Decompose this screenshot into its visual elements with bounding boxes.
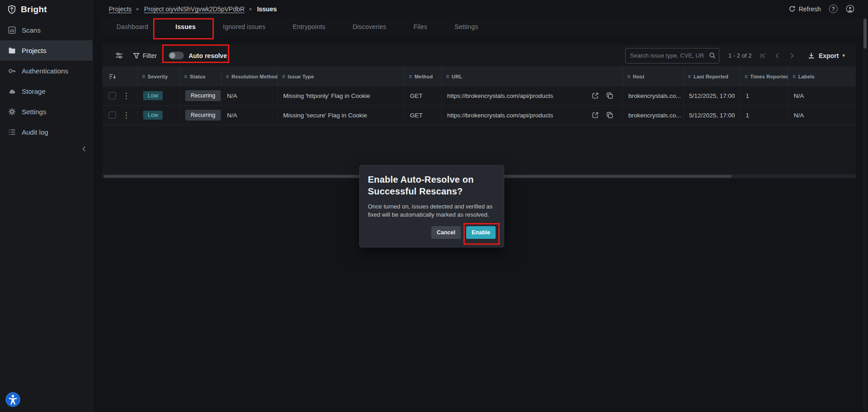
brand: Bright	[0, 0, 92, 19]
first-page-icon[interactable]	[760, 53, 766, 59]
url-cell: https://brokencrystals.com/api/products	[447, 112, 553, 119]
status-chip[interactable]: Recurring	[185, 110, 221, 121]
refresh-icon	[789, 5, 796, 12]
col-header-label: Labels	[798, 74, 815, 79]
next-page-icon[interactable]	[789, 53, 795, 59]
sidebar-item-authentications[interactable]: Authentications	[0, 61, 92, 81]
resolution-method-cell: N/A	[222, 86, 278, 105]
tab-files[interactable]: Files	[414, 23, 428, 30]
issue-type-cell: Missing 'secure' Flag in Cookie	[278, 106, 405, 125]
copy-icon[interactable]	[606, 111, 613, 119]
auto-resolve-toggle[interactable]	[169, 52, 184, 59]
status-chip[interactable]: Recurring	[185, 90, 221, 101]
search-input[interactable]	[625, 48, 719, 63]
col-header-method[interactable]: Method	[405, 67, 442, 86]
sidebar-item-scans[interactable]: Scans	[0, 20, 92, 40]
labels-cell: N/A	[788, 106, 856, 125]
kebab-menu-icon[interactable]: ⋮	[122, 92, 130, 100]
column-menu-icon	[627, 75, 631, 78]
col-header-labels[interactable]: Labels	[788, 67, 856, 86]
labels-cell: N/A	[788, 86, 856, 105]
accessibility-widget-icon[interactable]	[5, 392, 20, 407]
col-header-label: URL	[452, 74, 462, 79]
issues-panel: Filter Auto resolve 1 - 2 of 2	[102, 44, 856, 179]
user-account-icon[interactable]	[846, 5, 854, 13]
column-menu-icon	[792, 75, 796, 78]
col-header-status[interactable]: Status	[180, 67, 222, 86]
tab-discoveries[interactable]: Discoveries	[352, 23, 386, 30]
filter-button[interactable]: Filter	[133, 52, 157, 59]
breadcrumb-current: Issues	[257, 5, 277, 13]
col-header-label: Resolution Method	[231, 74, 278, 79]
sidebar-item-audit-log[interactable]: Audit log	[0, 122, 92, 142]
column-menu-icon	[282, 75, 285, 78]
col-header-url[interactable]: URL	[442, 67, 623, 86]
folder-icon	[8, 47, 16, 54]
sidebar-item-settings[interactable]: Settings	[0, 102, 92, 122]
tab-settings[interactable]: Settings	[454, 23, 478, 30]
times-reported-cell: 1	[740, 86, 788, 105]
col-header-label: Severity	[148, 74, 168, 79]
chevron-down-icon: ▾	[842, 53, 845, 58]
sidebar-collapse-chevron-icon[interactable]	[82, 146, 86, 152]
sidebar-item-label: Authentications	[22, 67, 68, 75]
copy-icon[interactable]	[606, 92, 613, 99]
last-reported-cell: 5/12/2025, 17:00	[684, 86, 740, 105]
breadcrumb-project-link[interactable]: Project oiyviNShVgvwk2D5pVPdbR	[144, 5, 245, 13]
row-checkbox[interactable]	[109, 111, 116, 119]
col-header-label: Last Reported	[694, 74, 728, 79]
kebab-menu-icon[interactable]: ⋮	[122, 111, 130, 119]
col-header-host[interactable]: Host	[623, 67, 684, 86]
sidebar-item-projects[interactable]: Projects	[0, 40, 92, 61]
col-header-resolution-method[interactable]: Resolution Method	[222, 67, 278, 86]
search-icon[interactable]	[709, 52, 716, 59]
breadcrumb-separator-icon: ▸	[137, 6, 140, 12]
col-header-issue-type[interactable]: Issue Type	[278, 67, 405, 86]
export-button[interactable]: Export ▾	[808, 52, 845, 59]
download-icon	[808, 52, 815, 59]
issues-toolbar: Filter Auto resolve 1 - 2 of 2	[102, 44, 856, 67]
enable-button[interactable]: Enable	[466, 226, 496, 239]
col-header-times-reported[interactable]: Times Reported	[740, 67, 788, 86]
key-icon	[8, 67, 16, 75]
vertical-scrollbar-thumb[interactable]	[863, 19, 867, 48]
cloud-icon	[8, 87, 16, 95]
tab-dashboard[interactable]: Dashboard	[116, 23, 148, 30]
external-link-icon[interactable]	[592, 92, 599, 99]
breadcrumb-separator-icon: ▸	[250, 6, 252, 12]
external-link-icon[interactable]	[592, 111, 599, 119]
auto-resolve-dialog: Enable Auto-Resolve on Successful Rescan…	[359, 165, 504, 247]
toggle-knob	[169, 53, 175, 58]
host-cell: brokencrystals.co...	[623, 86, 684, 105]
column-menu-icon	[142, 75, 145, 78]
tab-entrypoints[interactable]: Entrypoints	[293, 23, 325, 30]
row-checkbox[interactable]	[109, 92, 116, 99]
breadcrumb: Projects ▸ Project oiyviNShVgvwk2D5pVPdb…	[109, 5, 277, 13]
sidebar-item-label: Audit log	[22, 128, 48, 136]
help-icon[interactable]: ?	[829, 5, 838, 13]
dialog-actions: Cancel Enable	[368, 226, 496, 239]
col-header-last-reported[interactable]: Last Reported	[684, 67, 740, 86]
tab-issues[interactable]: Issues	[175, 23, 196, 30]
sidebar-item-label: Settings	[22, 108, 46, 116]
prev-page-icon[interactable]	[774, 53, 781, 59]
tab-ignored-issues[interactable]: Ignored issues	[223, 23, 265, 30]
refresh-button[interactable]: Refresh	[789, 5, 821, 13]
app-window: Bright Scans Projects Authentications	[0, 0, 868, 412]
vertical-scrollbar[interactable]	[863, 18, 867, 412]
severity-badge: Low	[143, 91, 163, 100]
issue-search	[625, 48, 719, 63]
dialog-body: Once turned on, issues detected and veri…	[368, 203, 496, 219]
last-reported-cell: 5/12/2025, 17:00	[684, 106, 740, 125]
topbar-actions: Refresh ?	[789, 5, 868, 13]
cancel-button[interactable]: Cancel	[431, 226, 461, 239]
times-reported-cell: 1	[740, 106, 788, 125]
filter-label: Filter	[143, 52, 157, 59]
column-settings-icon[interactable]	[115, 52, 123, 59]
breadcrumb-projects-link[interactable]: Projects	[109, 5, 132, 13]
sidebar-item-storage[interactable]: Storage	[0, 81, 92, 102]
col-header-severity[interactable]: Severity	[138, 67, 180, 86]
severity-badge: Low	[143, 111, 163, 120]
sort-rows-icon[interactable]	[102, 67, 138, 86]
gear-icon	[8, 108, 16, 116]
